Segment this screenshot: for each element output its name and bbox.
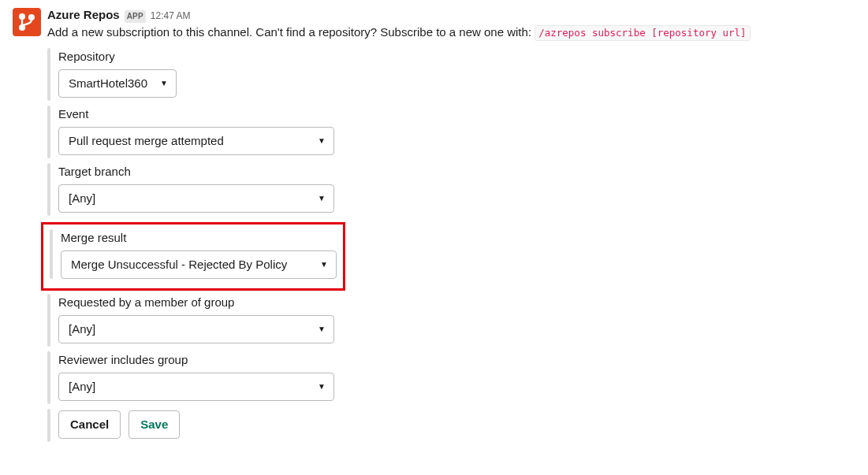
repository-label: Repository — [58, 50, 868, 63]
target-branch-label: Target branch — [58, 165, 868, 178]
chevron-down-icon: ▼ — [320, 260, 328, 269]
field-repository: Repository SmartHotel360 ▼ — [47, 48, 868, 104]
highlight-merge-result: Merge result Merge Unsuccessful - Reject… — [41, 222, 345, 291]
requested-by-select[interactable]: [Any] ▼ — [58, 315, 334, 343]
svg-point-1 — [20, 25, 24, 30]
field-reviewer-includes: Reviewer includes group [Any] ▼ — [47, 351, 868, 407]
reviewer-includes-value: [Any] — [69, 380, 95, 393]
app-name[interactable]: Azure Repos — [47, 6, 120, 23]
reviewer-includes-select[interactable]: [Any] ▼ — [58, 373, 334, 401]
message-text: Add a new subscription to this channel. … — [47, 24, 855, 42]
svg-point-0 — [20, 14, 24, 19]
event-label: Event — [58, 107, 868, 121]
merge-result-value: Merge Unsuccessful - Rejected By Policy — [71, 258, 287, 271]
chevron-down-icon: ▼ — [318, 325, 326, 333]
action-row: Cancel Save — [47, 409, 868, 445]
reviewer-includes-label: Reviewer includes group — [58, 353, 868, 366]
requested-by-label: Requested by a member of group — [58, 295, 868, 309]
chevron-down-icon: ▼ — [318, 194, 326, 202]
svg-point-2 — [29, 15, 34, 20]
field-merge-result: Merge result Merge Unsuccessful - Reject… — [50, 229, 337, 282]
save-button[interactable]: Save — [129, 410, 180, 439]
timestamp[interactable]: 12:47 AM — [151, 9, 191, 23]
field-requested-by: Requested by a member of group [Any] ▼ — [47, 294, 868, 350]
chevron-down-icon: ▼ — [318, 136, 326, 145]
message-text-content: Add a new subscription to this channel. … — [47, 25, 535, 39]
requested-by-value: [Any] — [69, 322, 95, 336]
app-avatar — [13, 8, 41, 36]
event-value: Pull request merge attempted — [69, 134, 224, 147]
field-event: Event Pull request merge attempted ▼ — [47, 106, 868, 161]
message-body: Azure Repos APP 12:47 AM Add a new subsc… — [47, 6, 855, 42]
chevron-down-icon: ▼ — [160, 79, 168, 87]
merge-result-label: Merge result — [61, 231, 337, 244]
field-target-branch: Target branch [Any] ▼ — [47, 163, 868, 219]
repository-value: SmartHotel360 — [69, 76, 147, 90]
merge-result-select[interactable]: Merge Unsuccessful - Rejected By Policy … — [61, 250, 337, 279]
target-branch-value: [Any] — [69, 191, 95, 205]
git-branch-icon — [17, 12, 37, 32]
cancel-button[interactable]: Cancel — [58, 410, 121, 439]
repository-select[interactable]: SmartHotel360 ▼ — [58, 69, 177, 98]
slack-message: Azure Repos APP 12:47 AM Add a new subsc… — [0, 6, 868, 42]
inline-code: /azrepos subscribe [repository url] — [535, 25, 750, 41]
chevron-down-icon: ▼ — [318, 382, 326, 391]
attachments: Repository SmartHotel360 ▼ Event Pull re… — [47, 48, 868, 445]
target-branch-select[interactable]: [Any] ▼ — [58, 184, 334, 213]
message-header: Azure Repos APP 12:47 AM — [47, 6, 855, 23]
app-badge: APP — [125, 10, 146, 23]
event-select[interactable]: Pull request merge attempted ▼ — [58, 127, 334, 155]
